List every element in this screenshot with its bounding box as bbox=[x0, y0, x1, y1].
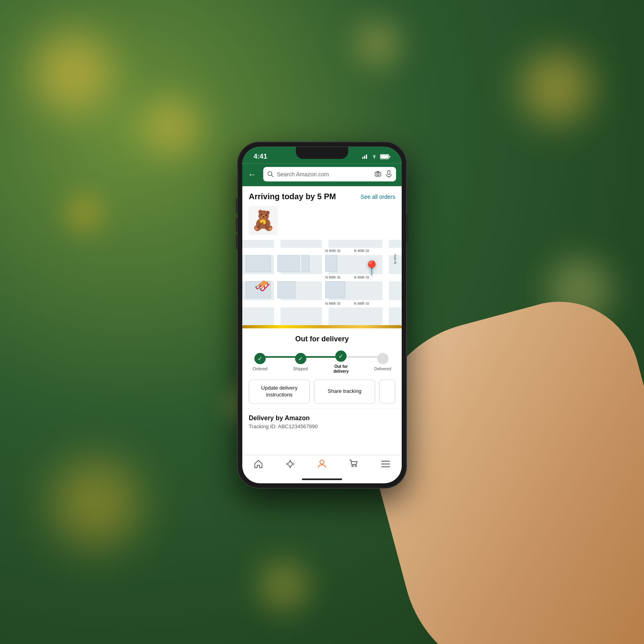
mic-icon[interactable] bbox=[386, 170, 392, 178]
nav-home[interactable] bbox=[254, 460, 263, 469]
card-gold-strip bbox=[242, 325, 402, 328]
nav-explore[interactable] bbox=[285, 459, 295, 469]
action-buttons: Update delivery instructions Share track… bbox=[249, 380, 395, 404]
step-label-out: Out fordelivery bbox=[333, 364, 349, 374]
delivery-info: Delivery by Amazon Tracking ID: ABC12345… bbox=[242, 409, 402, 434]
step-circle-ordered: ✓ bbox=[254, 353, 266, 364]
nav-account[interactable] bbox=[318, 459, 326, 469]
delivery-vehicle: 🛷 bbox=[254, 278, 270, 293]
tracking-id: Tracking ID: ABC1234567890 bbox=[249, 423, 395, 429]
progress-track: ✓ Ordered ✓ Shipped ✓ Out fordelivery bbox=[249, 351, 395, 374]
bottom-nav bbox=[242, 455, 402, 477]
delivery-card: Out for delivery ✓ Ordered bbox=[242, 325, 402, 434]
avenue-label: Ave N bbox=[393, 254, 397, 264]
see-all-orders-link[interactable]: See all orders bbox=[361, 193, 395, 200]
delivery-pin: 📍 bbox=[363, 260, 381, 277]
street-label-5: N 88th St bbox=[325, 301, 341, 305]
back-button[interactable]: ← bbox=[248, 169, 256, 179]
status-icons bbox=[362, 154, 390, 159]
explore-icon bbox=[285, 459, 295, 469]
arriving-title: Arriving today by 5 PM bbox=[249, 192, 336, 201]
svg-rect-5 bbox=[389, 155, 390, 157]
delivery-by-label: Delivery by Amazon bbox=[249, 415, 395, 422]
step-circle-out: ✓ bbox=[335, 351, 347, 362]
home-icon bbox=[254, 460, 263, 469]
progress-line-bg bbox=[262, 356, 382, 358]
delivery-status-title: Out for delivery bbox=[249, 335, 395, 343]
step-label-shipped: Shipped bbox=[293, 367, 308, 372]
street-label-3: N 89th St bbox=[325, 275, 341, 279]
street-label-1: N 90th St bbox=[325, 249, 341, 253]
step-circle-shipped: ✓ bbox=[295, 353, 306, 364]
svg-point-13 bbox=[320, 460, 324, 464]
search-icon bbox=[267, 171, 274, 178]
search-input[interactable]: Search Amazon.com bbox=[277, 171, 371, 178]
status-time: 4:41 bbox=[254, 153, 267, 161]
step-ordered: ✓ Ordered bbox=[253, 353, 268, 372]
svg-rect-2 bbox=[366, 155, 367, 159]
step-label-ordered: Ordered bbox=[253, 367, 268, 372]
more-button[interactable] bbox=[379, 380, 395, 404]
street-label-6: N 88th St bbox=[354, 301, 369, 305]
menu-icon bbox=[381, 460, 390, 468]
share-tracking-button[interactable]: Share tracking bbox=[314, 380, 375, 404]
nav-cart[interactable] bbox=[349, 459, 359, 469]
svg-rect-0 bbox=[362, 157, 363, 159]
svg-rect-1 bbox=[364, 156, 365, 159]
account-icon bbox=[318, 459, 326, 469]
signal-icon bbox=[362, 154, 369, 159]
arriving-header: Arriving today by 5 PM See all orders bbox=[242, 186, 402, 204]
search-bar[interactable]: Search Amazon.com bbox=[263, 167, 396, 182]
cart-icon bbox=[349, 459, 359, 469]
svg-line-8 bbox=[272, 175, 273, 177]
street-label-2: N 90th St bbox=[354, 249, 369, 253]
app-header: ← Search Amazon.com bbox=[242, 164, 402, 186]
product-image[interactable]: 🧸 bbox=[249, 206, 278, 235]
svg-point-15 bbox=[355, 465, 357, 467]
svg-rect-6 bbox=[381, 155, 388, 158]
step-shipped: ✓ Shipped bbox=[293, 353, 308, 372]
step-delivered: Delivered bbox=[374, 353, 391, 372]
nav-menu[interactable] bbox=[381, 460, 390, 468]
svg-point-10 bbox=[377, 173, 379, 175]
svg-rect-11 bbox=[388, 171, 390, 175]
map-area: N 90th St N 90th St N 89th St N 89th St … bbox=[242, 240, 402, 328]
home-indicator bbox=[302, 479, 342, 480]
camera-icon[interactable] bbox=[374, 170, 382, 178]
svg-point-14 bbox=[352, 465, 353, 467]
svg-point-3 bbox=[374, 158, 375, 159]
step-circle-delivered bbox=[377, 353, 388, 364]
update-delivery-button[interactable]: Update delivery instructions bbox=[249, 380, 310, 404]
battery-icon bbox=[380, 154, 390, 159]
wifi-icon bbox=[371, 154, 378, 159]
step-label-delivered: Delivered bbox=[374, 367, 391, 372]
product-section: 🧸 bbox=[242, 204, 402, 240]
step-out-for-delivery: ✓ Out fordelivery bbox=[333, 351, 349, 374]
main-content: Arriving today by 5 PM See all orders 🧸 bbox=[242, 186, 402, 455]
